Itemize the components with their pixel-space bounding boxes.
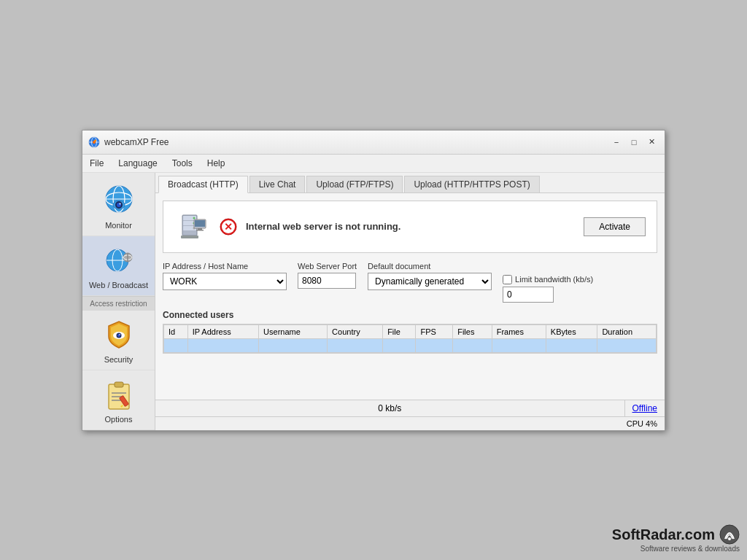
activate-button[interactable]: Activate [584,217,646,236]
users-table: Id IP Address Username Country File FPS … [163,324,657,353]
form-row: IP Address / Host Name WORK Web Server P… [163,262,657,303]
connected-users-title: Connected users [163,310,657,320]
svg-rect-37 [181,236,198,238]
monitor-icon [101,182,137,219]
tab-upload-ftp[interactable]: Upload (FTP/FTPS) [306,176,403,192]
cpu-label: CPU 4% [627,419,657,428]
bandwidth-checkbox[interactable] [503,275,512,284]
sidebar-item-access-restriction: Access restriction [82,296,155,311]
col-ip: IP Address [187,324,258,338]
sidebar-item-web-broadcast[interactable]: Web / Broadcast [82,236,155,296]
kb-status: 0 kb/s [155,400,625,416]
svg-point-12 [119,203,120,204]
status-banner: ✕ Internal web server is not running. Ac… [163,201,657,253]
tab-broadcast-http[interactable]: Broadcast (HTTP) [158,176,248,193]
sidebar-item-monitor[interactable]: Monitor [82,176,155,236]
cell-duration [597,338,657,352]
app-icon [88,136,100,148]
sidebar: Monitor Web / Broadcast [82,173,155,430]
col-duration: Duration [597,324,657,338]
cell-id [164,338,188,352]
cell-kbytes [546,338,597,352]
cell-ip [187,338,258,352]
col-country: Country [328,324,383,338]
panel-content: ✕ Internal web server is not running. Ac… [155,193,665,400]
watermark-sub: Software reviews & downloads [612,545,740,553]
cell-username [259,338,328,352]
bandwidth-form-group: Limit bandwidth (kb/s) [503,262,593,303]
cpu-bar: CPU 4% [155,416,665,430]
svg-rect-41 [196,230,204,231]
cell-frames [492,338,546,352]
title-bar-left: webcamXP Free [88,136,169,148]
doc-label: Default document [368,262,492,271]
web-broadcast-icon [101,242,137,279]
ip-label: IP Address / Host Name [163,262,287,271]
port-input[interactable] [298,273,356,289]
col-kbytes: KBytes [546,324,597,338]
main-window: webcamXP Free − □ ✕ File Language Tools … [82,130,665,431]
ip-select[interactable]: WORK [163,273,287,290]
port-form-group: Web Server Port [298,262,357,289]
content-area: Broadcast (HTTP) Live Chat Upload (FTP/F… [155,173,665,430]
svg-rect-39 [195,220,205,227]
bandwidth-input[interactable] [503,287,554,303]
title-bar: webcamXP Free − □ ✕ [82,131,665,155]
col-id: Id [164,324,188,338]
col-files: Files [453,324,492,338]
watermark-main: SoftRadar.com [612,526,715,543]
cell-fps [416,338,453,352]
title-buttons: − □ ✕ [609,135,659,149]
menu-file[interactable]: File [82,156,111,171]
status-message: Internal web server is not running. [246,221,575,232]
cell-files [453,338,492,352]
cell-file [383,338,416,352]
error-icon: ✕ [220,218,237,236]
svg-point-34 [193,217,196,219]
tab-upload-http[interactable]: Upload (HTTP/HTTPS POST) [404,176,539,192]
sidebar-item-options[interactable]: Options [82,370,155,430]
security-icon [101,316,137,353]
access-restriction-label: Access restriction [90,300,147,308]
sidebar-item-security[interactable]: Security [82,311,155,370]
bandwidth-label: Limit bandwidth (kb/s) [515,275,593,284]
table-header-row: Id IP Address Username Country File FPS … [164,324,657,338]
connected-users-section: Connected users Id IP Address Username C… [163,310,657,392]
tabs-bar: Broadcast (HTTP) Live Chat Upload (FTP/F… [155,173,665,193]
menu-tools[interactable]: Tools [165,156,200,171]
menu-language[interactable]: Language [111,156,164,171]
offline-status[interactable]: Offline [625,400,665,416]
ip-form-group: IP Address / Host Name WORK [163,262,287,290]
tab-live-chat[interactable]: Live Chat [249,176,306,192]
bottom-status-bar: 0 kb/s Offline [155,400,665,416]
main-layout: Monitor Web / Broadcast [82,173,665,430]
sidebar-label-security: Security [104,355,133,364]
menu-help[interactable]: Help [200,156,233,171]
port-label: Web Server Port [298,262,357,271]
svg-rect-24 [115,382,123,387]
options-icon [101,376,137,413]
cell-country [328,338,383,352]
server-icon [174,209,211,245]
svg-text:✕: ✕ [224,221,233,233]
maximize-button[interactable]: □ [627,135,641,149]
svg-point-22 [119,334,120,335]
col-file: File [383,324,416,338]
bandwidth-checkbox-group: Limit bandwidth (kb/s) [503,275,593,284]
minimize-button[interactable]: − [609,135,624,149]
close-button[interactable]: ✕ [644,135,659,149]
window-title: webcamXP Free [104,137,169,147]
users-table-container: Id IP Address Username Country File FPS … [163,324,657,354]
table-row-selected[interactable] [164,338,657,352]
watermark: SoftRadar.com Software reviews & downloa… [612,524,740,553]
col-frames: Frames [492,324,546,338]
doc-form-group: Default document Dynamically generated [368,262,492,290]
signal-icon [719,524,740,545]
menu-bar: File Language Tools Help [82,155,665,173]
sidebar-label-web-broadcast: Web / Broadcast [89,281,148,289]
col-username: Username [259,324,328,338]
svg-point-4 [94,139,96,141]
sidebar-label-monitor: Monitor [105,221,132,230]
doc-select[interactable]: Dynamically generated [368,273,492,290]
sidebar-label-options: Options [105,415,133,424]
